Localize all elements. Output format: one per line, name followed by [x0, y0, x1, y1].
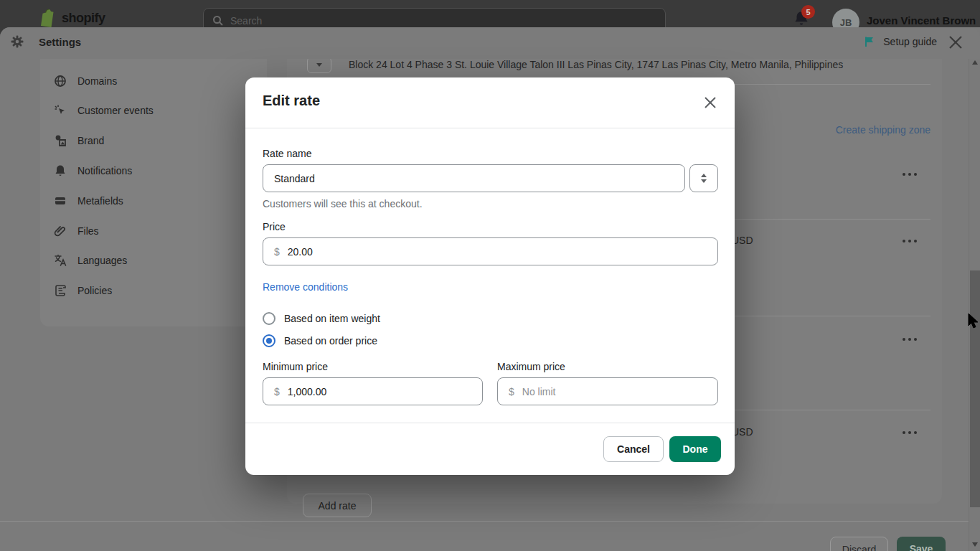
currency-label: USD	[732, 235, 753, 246]
rate-name-stepper-button[interactable]	[689, 164, 718, 192]
cursor-click-icon	[53, 103, 67, 118]
vertical-scrollbar[interactable]	[969, 27, 980, 551]
paperclip-icon	[53, 224, 67, 238]
brand-image-icon	[53, 133, 67, 148]
metafields-box-icon	[53, 194, 67, 208]
page-title: Settings	[39, 36, 81, 48]
sidebar-item-label: Metafields	[77, 195, 123, 207]
kebab-menu-icon[interactable]	[903, 338, 917, 341]
sidebar-item-policies[interactable]: Policies	[40, 276, 267, 306]
globe-icon	[53, 74, 67, 88]
add-rate-button[interactable]: Add rate	[303, 494, 372, 517]
radio-selected-icon[interactable]	[263, 334, 275, 347]
sidebar-item-label: Customer events	[77, 105, 154, 116]
minimum-price-input[interactable]: $ 1,000.00	[263, 377, 483, 405]
sidebar-item-label: Domains	[77, 75, 117, 87]
price-label: Price	[263, 221, 286, 232]
price-input[interactable]: $ 20.00	[263, 237, 718, 265]
settings-close-icon[interactable]	[946, 32, 966, 52]
modal-title: Edit rate	[263, 93, 320, 109]
minimum-price-value: 1,000.00	[288, 386, 327, 397]
cancel-button[interactable]: Cancel	[603, 436, 664, 462]
remove-conditions-link[interactable]: Remove conditions	[263, 281, 348, 293]
scroll-icon	[53, 283, 67, 298]
rate-name-label: Rate name	[263, 148, 311, 159]
address-collapse-button[interactable]	[307, 57, 331, 73]
location-address-text: Block 24 Lot 4 Phase 3 St. Louie Village…	[349, 59, 923, 70]
radio-item-weight-label: Based on item weight	[284, 313, 380, 324]
radio-order-price[interactable]: Based on order price	[263, 334, 377, 347]
currency-label: USD	[732, 426, 753, 438]
save-button[interactable]: Save	[897, 537, 946, 551]
scroll-up-arrow-icon[interactable]	[972, 60, 978, 65]
currency-prefix: $	[509, 386, 514, 397]
search-placeholder: Search	[230, 15, 262, 27]
scroll-down-arrow-icon[interactable]	[972, 542, 978, 547]
modal-footer-divider	[245, 423, 735, 423]
search-icon	[212, 15, 224, 27]
kebab-menu-icon[interactable]	[903, 173, 917, 176]
notification-count-badge: 5	[801, 5, 815, 19]
sidebar-item-brand[interactable]: Brand	[40, 126, 267, 156]
translate-icon	[53, 253, 67, 268]
currency-prefix: $	[274, 246, 280, 258]
user-name[interactable]: Joven Vincent Brown	[867, 14, 976, 27]
maximum-price-label: Maximum price	[497, 361, 565, 372]
modal-close-icon[interactable]	[700, 93, 720, 113]
done-button[interactable]: Done	[669, 436, 721, 462]
setup-guide-flag-icon	[863, 35, 876, 48]
gear-icon	[10, 34, 24, 49]
kebab-menu-icon[interactable]	[903, 240, 917, 242]
sidebar-item-label: Languages	[77, 255, 127, 266]
bell-icon	[53, 164, 67, 178]
settings-header: Settings Setup guide	[0, 27, 980, 59]
create-shipping-zone-link[interactable]: Create shipping zone	[836, 124, 930, 136]
price-value: 20.00	[288, 246, 313, 258]
minimum-price-label: Minimum price	[263, 361, 328, 372]
currency-prefix: $	[274, 386, 280, 397]
sidebar-item-label: Notifications	[77, 165, 132, 176]
radio-unselected-icon[interactable]	[263, 312, 275, 325]
discard-button[interactable]: Discard	[830, 537, 888, 551]
radio-item-weight[interactable]: Based on item weight	[263, 312, 380, 325]
modal-header-divider	[245, 128, 735, 128]
sidebar-item-files[interactable]: Files	[40, 216, 267, 246]
sidebar-item-label: Brand	[77, 135, 104, 146]
sidebar-item-label: Files	[77, 225, 99, 237]
sidebar-item-customer-events[interactable]: Customer events	[40, 96, 267, 126]
footer-divider	[0, 521, 980, 522]
stepper-up-icon	[701, 174, 707, 177]
settings-sidebar: Apps and sales channels Domains Customer…	[40, 46, 267, 326]
stepper-down-icon	[701, 179, 707, 183]
shopify-wordmark: shopify	[62, 11, 105, 26]
shopify-bag-icon	[39, 9, 57, 27]
sidebar-item-notifications[interactable]: Notifications	[40, 156, 267, 186]
rate-name-help-text: Customers will see this at checkout.	[263, 198, 423, 209]
scrollbar-thumb[interactable]	[970, 270, 980, 507]
edit-rate-modal: Edit rate Rate name Standard Customers w…	[245, 77, 735, 475]
setup-guide-label[interactable]: Setup guide	[883, 36, 937, 47]
maximum-price-placeholder: No limit	[522, 386, 556, 397]
sidebar-item-languages[interactable]: Languages	[40, 246, 267, 276]
radio-order-price-label: Based on order price	[284, 335, 377, 347]
rate-name-value: Standard	[274, 173, 315, 184]
maximum-price-input[interactable]: $ No limit	[497, 377, 718, 405]
shopify-logo[interactable]: shopify	[39, 9, 105, 27]
chevron-down-icon	[316, 63, 322, 67]
mouse-cursor	[968, 313, 978, 329]
sidebar-item-label: Policies	[77, 285, 112, 296]
rate-name-input[interactable]: Standard	[263, 164, 685, 192]
sidebar-item-domains[interactable]: Domains	[40, 66, 267, 96]
sidebar-item-metafields[interactable]: Metafields	[40, 186, 267, 216]
kebab-menu-icon[interactable]	[903, 431, 917, 434]
